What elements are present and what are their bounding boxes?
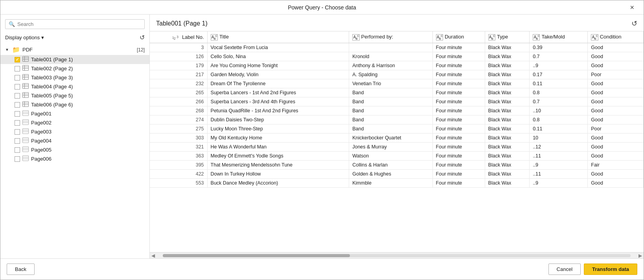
col-header-4: ABCType xyxy=(485,31,530,43)
cell-12-1: Medley Of Emmett's Yodle Songs xyxy=(207,152,349,161)
data-table-wrapper[interactable]: 123Label No.ABCTitleABCPerformed by:ABCD… xyxy=(150,31,644,252)
cell-8-5: 0.8 xyxy=(530,115,588,124)
checkbox-Table006[interactable] xyxy=(15,102,20,108)
cell-10-5: 10 xyxy=(530,134,588,143)
tree-items-container: ✓Table001 (Page 1)Table002 (Page 2)Table… xyxy=(0,55,149,163)
main-content: 🔍 Display options ▾ ↺ ▼ 📁 PDF [12] xyxy=(0,15,644,258)
cell-14-3: Four minute xyxy=(432,170,485,179)
table-icon-Page004 xyxy=(22,137,29,144)
cell-4-2: Venetian Trio xyxy=(349,79,432,88)
tree-item-Page001[interactable]: Page001 xyxy=(0,109,149,118)
cell-13-4: Black Wax xyxy=(485,161,530,170)
checkbox-Page001[interactable] xyxy=(15,111,20,117)
cell-13-6: Fair xyxy=(588,161,644,170)
cell-10-6: Good xyxy=(588,134,644,143)
close-button[interactable]: × xyxy=(627,2,637,13)
cell-4-5: 0.11 xyxy=(530,79,588,88)
checkbox-Table004[interactable] xyxy=(15,84,20,90)
cell-4-6: Good xyxy=(588,79,644,88)
svg-rect-24 xyxy=(23,111,29,116)
cell-15-1: Buck Dance Medley (Accorion) xyxy=(207,179,349,188)
checkbox-Table002[interactable] xyxy=(15,66,20,71)
pdf-folder[interactable]: ▼ 📁 PDF [12] xyxy=(0,44,149,55)
table-icon-Page001 xyxy=(22,110,29,117)
tree-item-Page003[interactable]: Page003 xyxy=(0,127,149,136)
cell-15-4: Black Wax xyxy=(485,179,530,188)
table-row: 126Cello Solo, NinaKronoldFour minuteBla… xyxy=(150,52,644,61)
tree-item-Table006[interactable]: Table006 (Page 6) xyxy=(0,100,149,109)
right-refresh-button[interactable]: ↺ xyxy=(631,19,637,28)
col-header-3: ABCDuration xyxy=(432,31,485,43)
cell-7-3: Four minute xyxy=(432,106,485,115)
checkbox-Page004[interactable] xyxy=(15,138,20,144)
checkbox-Page003[interactable] xyxy=(15,129,20,135)
cell-15-6: Good xyxy=(588,179,644,188)
checkbox-Table001[interactable]: ✓ xyxy=(15,57,20,62)
table-row: 179Are You Coming Home TonightAnthony & … xyxy=(150,61,644,70)
left-refresh-button[interactable]: ↺ xyxy=(140,34,145,41)
col-type-icon-2: ABC xyxy=(352,34,359,40)
cell-8-3: Four minute xyxy=(432,115,485,124)
cell-8-2: Band xyxy=(349,115,432,124)
tree-item-Table004[interactable]: Table004 (Page 4) xyxy=(0,82,149,91)
cell-9-5: 0.11 xyxy=(530,124,588,134)
table-row: 553Buck Dance Medley (Accorion)KimmbleFo… xyxy=(150,179,644,188)
tree-item-Page005[interactable]: Page005 xyxy=(0,145,149,154)
tree-item-Page004[interactable]: Page004 xyxy=(0,136,149,145)
display-options-button[interactable]: Display options ▾ xyxy=(5,35,44,40)
cell-2-3: Four minute xyxy=(432,61,485,70)
item-label-Page004: Page004 xyxy=(31,138,145,144)
cell-3-1: Garden Melody, Violin xyxy=(207,70,349,79)
cell-6-6: Good xyxy=(588,97,644,106)
table-row: 217Garden Melody, ViolinA. SpaldingFour … xyxy=(150,70,644,79)
folder-arrow-icon: ▼ xyxy=(5,48,10,52)
transform-data-button[interactable]: Transform data xyxy=(584,264,637,275)
checkbox-Table005[interactable] xyxy=(15,93,20,99)
search-input[interactable] xyxy=(17,21,141,27)
cell-13-1: That Mesmerizing Mendelssohn Tune xyxy=(207,161,349,170)
checkbox-Page005[interactable] xyxy=(15,147,20,153)
cell-15-5: ..9 xyxy=(530,179,588,188)
tree-item-Page006[interactable]: Page006 xyxy=(0,154,149,163)
footer: Back Cancel Transform data xyxy=(0,258,644,280)
cell-3-2: A. Spalding xyxy=(349,70,432,79)
table-icon-Table003 xyxy=(22,74,29,81)
checkbox-Page006[interactable] xyxy=(15,156,20,162)
cell-1-3: Four minute xyxy=(432,52,485,61)
cell-7-0: 268 xyxy=(150,106,207,115)
cancel-button[interactable]: Cancel xyxy=(548,264,581,275)
cell-7-2: Band xyxy=(349,106,432,115)
tree-item-Table001[interactable]: ✓Table001 (Page 1) xyxy=(0,55,149,64)
table-row: 303My Old Kentucky HomeKnickerbocker Qua… xyxy=(150,134,644,143)
cell-11-6: Good xyxy=(588,143,644,152)
cell-8-0: 274 xyxy=(150,115,207,124)
col-header-1: ABCTitle xyxy=(207,31,349,43)
title-bar: Power Query - Choose data × xyxy=(0,0,644,15)
checkbox-Table003[interactable] xyxy=(15,75,20,81)
cell-2-5: ..9 xyxy=(530,61,588,70)
svg-rect-4 xyxy=(23,66,29,71)
back-button[interactable]: Back xyxy=(7,264,35,275)
tree-item-Table003[interactable]: Table003 (Page 3) xyxy=(0,73,149,82)
cell-1-4: Black Wax xyxy=(485,52,530,61)
search-box: 🔍 xyxy=(5,19,145,29)
item-label-Table004: Table004 (Page 4) xyxy=(31,84,145,90)
cell-4-1: Dream Of The Tyrolienne xyxy=(207,79,349,88)
tree-item-Page002[interactable]: Page002 xyxy=(0,118,149,127)
cell-6-4: Black Wax xyxy=(485,97,530,106)
cell-0-0: 3 xyxy=(150,43,207,52)
tree-item-Table005[interactable]: Table005 (Page 5) xyxy=(0,91,149,100)
col-type-icon-5: ABC xyxy=(533,34,540,40)
cell-7-1: Petunia QuadRille - 1st And 2nd Figures xyxy=(207,106,349,115)
cell-10-0: 303 xyxy=(150,134,207,143)
tree-item-Table002[interactable]: Table002 (Page 2) xyxy=(0,64,149,73)
horizontal-scrollbar[interactable]: ◀ ▶ xyxy=(150,252,644,258)
cell-11-1: He Was A Wonderful Man xyxy=(207,143,349,152)
table-icon-Page005 xyxy=(22,146,29,153)
cell-5-4: Black Wax xyxy=(485,88,530,97)
table-header: 123Label No.ABCTitleABCPerformed by:ABCD… xyxy=(150,31,644,43)
svg-rect-27 xyxy=(23,120,29,125)
checkbox-Page002[interactable] xyxy=(15,120,20,126)
folder-count: [12] xyxy=(137,47,145,53)
cell-13-3: Four minute xyxy=(432,161,485,170)
